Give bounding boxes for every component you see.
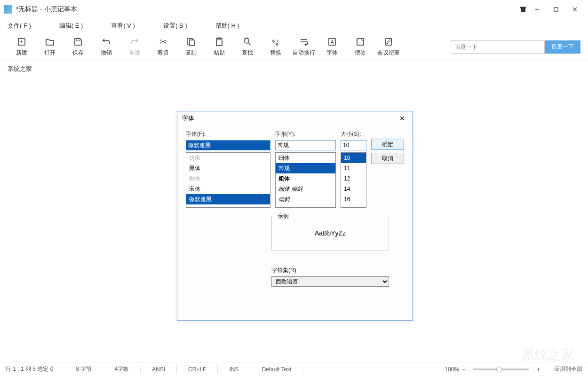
svg-rect-1 (554, 8, 558, 11)
svg-text:B: B (276, 42, 278, 47)
search-button[interactable]: 百度一下 (545, 40, 580, 54)
style-label: 字形(Y): (275, 130, 336, 138)
dialog-header: 字体 ✕ (177, 111, 413, 125)
find-button[interactable]: 查找 (233, 35, 262, 59)
replace-button[interactable]: AB替换 (262, 35, 290, 59)
new-icon (16, 37, 27, 47)
cut-icon: ✂ (158, 37, 168, 47)
svg-text:A: A (331, 39, 334, 45)
window-title: *无标题 - 小黑记事本 (16, 5, 77, 14)
font-item[interactable]: 新宋体 (186, 204, 270, 208)
charset-label: 字符集(R): (271, 266, 389, 274)
status-apply[interactable]: 应用到全部 (543, 365, 582, 373)
style-input[interactable] (275, 140, 336, 150)
redo-icon (129, 37, 140, 47)
charset-select[interactable]: 西欧语言 (271, 276, 389, 287)
font-button[interactable]: A字体 (318, 35, 346, 59)
status-mode[interactable]: INS (218, 366, 250, 373)
search-box: 百度一下 (451, 40, 580, 54)
font-item[interactable]: 楷体 (186, 173, 270, 184)
style-item[interactable]: 倾斜 (276, 194, 336, 204)
status-encoding[interactable]: ANSI (141, 366, 176, 373)
zoom-thumb[interactable] (496, 367, 502, 372)
notes-icon (383, 37, 394, 47)
menu-edit[interactable]: 编辑( E ) (59, 22, 83, 30)
titlebar: *无标题 - 小黑记事本 (0, 0, 588, 19)
paste-icon (214, 37, 224, 47)
save-button[interactable]: 保存 (64, 35, 92, 59)
theme-icon[interactable] (518, 5, 528, 14)
size-item[interactable]: 10 (341, 153, 366, 163)
status-eol[interactable]: CR+LF (177, 366, 217, 373)
menu-view[interactable]: 查看( V ) (111, 22, 135, 30)
svg-rect-20 (357, 39, 364, 45)
font-item[interactable]: 宋体 (186, 184, 270, 194)
style-item[interactable]: 常规 (276, 163, 336, 173)
menu-file[interactable]: 文件( F ) (8, 22, 31, 30)
svg-line-13 (248, 43, 251, 45)
replace-icon: AB (270, 37, 281, 47)
close-button[interactable] (565, 2, 584, 16)
font-input[interactable] (186, 140, 270, 150)
size-item[interactable]: 11 (341, 163, 366, 173)
ok-button[interactable]: 确定 (371, 139, 404, 150)
font-listbox[interactable]: 仿宋 黑体 楷体 宋体 微软雅黑 新宋体 珠穆朗玛—乌金苏通体 (186, 152, 270, 208)
style-item[interactable]: 细体 (276, 153, 336, 163)
zoom-slider[interactable] (473, 368, 529, 370)
undo-button[interactable]: 撤销 (92, 35, 120, 59)
maximize-button[interactable] (547, 2, 565, 16)
dialog-title: 字体 (182, 114, 194, 123)
svg-rect-21 (386, 39, 391, 45)
notes-button[interactable]: 会议纪要 (374, 35, 403, 59)
font-item[interactable]: 黑体 (186, 163, 270, 173)
menu-settings[interactable]: 设置( S ) (163, 22, 187, 30)
statusbar: 行 1 : 1 列 5 选定 0 8 字节 4字数 ANSI CR+LF INS… (0, 362, 588, 376)
style-listbox[interactable]: 细体 常规 粗体 细体 倾斜 倾斜 粗偏斜体 (275, 152, 336, 208)
font-item[interactable]: 微软雅黑 (186, 194, 270, 204)
sample-label: 示例 (276, 212, 291, 220)
wrap-icon (299, 37, 309, 47)
copy-button[interactable]: 复制 (177, 35, 205, 59)
status-bytes: 8 字节 (64, 365, 103, 373)
status-syntax[interactable]: Default Text (250, 366, 302, 373)
cancel-button[interactable]: 取消 (371, 153, 404, 164)
cut-button[interactable]: ✂剪切 (149, 35, 177, 59)
menu-help[interactable]: 帮助( H ) (215, 22, 239, 30)
sticky-button[interactable]: 便签 (346, 35, 374, 59)
size-item[interactable]: 18 (341, 204, 366, 208)
menubar: 文件( F ) 编辑( E ) 查看( V ) 设置( S ) 帮助( H ) (0, 19, 588, 33)
wrap-button[interactable]: 自动换行 (290, 35, 318, 59)
size-listbox[interactable]: 10 11 12 14 16 18 20 (341, 152, 366, 208)
app-logo-icon (4, 5, 12, 14)
status-position: 行 1 : 1 列 5 选定 0 (6, 365, 64, 373)
sticky-icon (355, 37, 366, 47)
style-item[interactable]: 粗偏斜体 (276, 204, 336, 208)
minimize-button[interactable] (528, 2, 547, 16)
zoom-percent: 100% (445, 366, 459, 373)
font-dialog: 字体 ✕ 字体(F): 仿宋 黑体 楷体 宋体 微软雅黑 新宋体 珠穆朗玛—乌金… (177, 111, 413, 321)
svg-text:A: A (272, 39, 275, 43)
dialog-close-button[interactable]: ✕ (397, 115, 408, 122)
paste-button[interactable]: 粘贴 (205, 35, 233, 59)
size-label: 大小(S): (341, 130, 366, 138)
font-label: 字体(F): (186, 130, 270, 138)
style-item[interactable]: 粗体 (276, 173, 336, 184)
search-input[interactable] (451, 40, 545, 54)
size-item[interactable]: 12 (341, 173, 366, 184)
new-button[interactable]: 新建 (8, 35, 36, 59)
save-icon (73, 37, 83, 47)
size-item[interactable]: 16 (341, 194, 366, 204)
redo-button[interactable]: 重做 (120, 35, 149, 59)
size-item[interactable]: 14 (341, 184, 366, 194)
copy-icon (186, 37, 196, 47)
open-button[interactable]: 打开 (36, 35, 64, 59)
svg-point-12 (244, 39, 249, 43)
zoom-out-button[interactable]: − (459, 366, 468, 373)
zoom-in-button[interactable]: + (534, 366, 543, 373)
status-chars: 4字数 (103, 365, 140, 373)
size-input[interactable] (341, 140, 366, 150)
style-item[interactable]: 细体 倾斜 (276, 184, 336, 194)
toolbar: 新建 打开 保存 撤销 重做 ✂剪切 复制 粘贴 查找 AB替换 自动换行 A字… (0, 33, 588, 61)
sample-text: AaBbYyZz (276, 220, 385, 246)
font-item[interactable]: 仿宋 (186, 153, 270, 163)
